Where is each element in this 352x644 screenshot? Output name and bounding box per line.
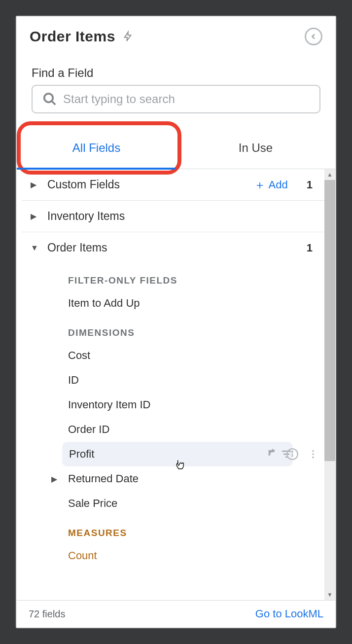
caret-right-icon: ▶ xyxy=(31,212,37,221)
section-custom-fields[interactable]: ▶ Custom Fields ＋ Add 1 xyxy=(22,169,324,201)
svg-line-1 xyxy=(52,101,56,105)
tabs: All Fields In Use xyxy=(17,125,335,169)
pivot-icon[interactable] xyxy=(267,448,280,461)
field-sale-price[interactable]: Sale Price xyxy=(22,491,324,516)
field-count-text: 72 fields xyxy=(29,608,66,620)
panel-header: Order Items xyxy=(17,17,335,45)
field-cost[interactable]: Cost xyxy=(22,343,324,368)
scroll-down-icon[interactable]: ▼ xyxy=(324,589,335,600)
field-id[interactable]: ID xyxy=(22,368,324,393)
scrollbar-thumb[interactable] xyxy=(324,180,335,461)
measures-label: MEASURES xyxy=(22,516,324,543)
section-label: Order Items xyxy=(47,241,107,254)
plus-icon: ＋ xyxy=(254,179,266,191)
tab-in-use[interactable]: In Use xyxy=(176,125,335,169)
search-field[interactable] xyxy=(32,85,320,113)
add-label: Add xyxy=(269,179,288,191)
panel-title: Order Items xyxy=(30,28,115,45)
caret-down-icon: ▼ xyxy=(31,244,37,252)
go-to-lookml-link[interactable]: Go to LookML xyxy=(255,608,323,620)
dimensions-label: DIMENSIONS xyxy=(22,316,324,343)
search-icon xyxy=(42,92,57,107)
field-picker-panel: Order Items Find a Field All Fields In U… xyxy=(16,16,336,628)
section-label: Custom Fields xyxy=(47,178,120,191)
svg-point-9 xyxy=(312,453,314,455)
field-returned-date[interactable]: ▶ Returned Date xyxy=(22,466,324,491)
svg-point-7 xyxy=(292,451,293,452)
svg-point-10 xyxy=(312,457,314,459)
section-count: 1 xyxy=(307,242,313,254)
lightning-icon xyxy=(122,29,133,44)
field-label: Count xyxy=(68,549,97,562)
svg-point-8 xyxy=(312,450,314,452)
search-input[interactable] xyxy=(63,92,312,106)
field-label: Profit xyxy=(69,448,94,461)
section-inventory-items[interactable]: ▶ Inventory Items xyxy=(22,201,324,232)
field-order-id[interactable]: Order ID xyxy=(22,417,324,442)
section-order-items[interactable]: ▼ Order Items 1 xyxy=(22,232,324,263)
caret-right-icon: ▶ xyxy=(31,180,37,189)
field-inventory-item-id[interactable]: Inventory Item ID xyxy=(22,393,324,417)
field-profit[interactable]: Profit xyxy=(62,442,293,466)
section-label: Inventory Items xyxy=(47,210,125,223)
field-label: Returned Date xyxy=(68,472,139,485)
scroll-up-icon[interactable]: ▲ xyxy=(324,169,335,180)
info-icon[interactable] xyxy=(286,448,299,461)
add-custom-field-button[interactable]: ＋ Add xyxy=(254,179,288,191)
field-count[interactable]: Count xyxy=(22,543,324,568)
more-options-icon[interactable] xyxy=(307,448,319,461)
vertical-scrollbar[interactable]: ▲ ▼ xyxy=(324,169,335,600)
filter-only-fields-label: FILTER-ONLY FIELDS xyxy=(22,263,324,291)
svg-point-0 xyxy=(44,94,53,103)
section-count: 1 xyxy=(307,179,313,191)
field-item-to-add-up[interactable]: Item to Add Up xyxy=(22,291,324,316)
panel-footer: 72 fields Go to LookML xyxy=(17,600,335,627)
tab-all-fields[interactable]: All Fields xyxy=(17,125,176,169)
caret-right-icon: ▶ xyxy=(51,474,57,484)
search-label: Find a Field xyxy=(32,66,320,80)
collapse-panel-button[interactable] xyxy=(305,28,322,45)
field-list[interactable]: ▶ Custom Fields ＋ Add 1 ▶ Inventory Item… xyxy=(17,169,324,600)
